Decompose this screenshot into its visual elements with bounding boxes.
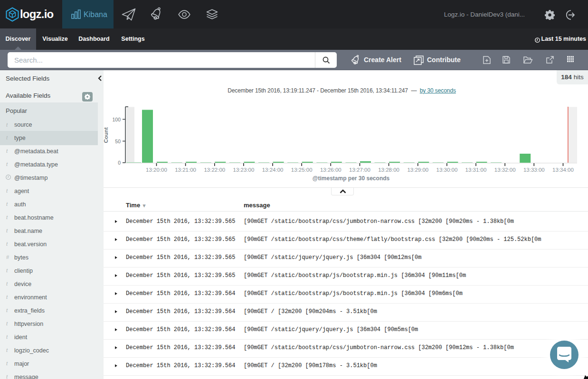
svg-text:13:31:00: 13:31:00	[465, 167, 487, 173]
svg-text:13:29:00: 13:29:00	[407, 167, 428, 173]
svg-text:13:25:00: 13:25:00	[291, 167, 313, 173]
svg-text:13:20:00: 13:20:00	[146, 167, 167, 173]
svg-text:13:27:00: 13:27:00	[349, 167, 370, 173]
svg-text:@timestamp per 30 seconds: @timestamp per 30 seconds	[313, 175, 390, 182]
svg-text:13:23:00: 13:23:00	[233, 167, 255, 173]
svg-text:50: 50	[115, 139, 121, 144]
svg-text:13:21:00: 13:21:00	[175, 167, 196, 173]
svg-text:13:34:00: 13:34:00	[552, 167, 574, 173]
svg-text:100: 100	[112, 117, 121, 122]
svg-text:13:30:00: 13:30:00	[436, 167, 458, 173]
svg-text:13:22:00: 13:22:00	[204, 167, 225, 173]
svg-text:0: 0	[118, 160, 121, 166]
svg-text:13:28:00: 13:28:00	[378, 167, 399, 173]
svg-text:Count: Count	[104, 127, 109, 143]
svg-text:13:26:00: 13:26:00	[320, 167, 341, 173]
svg-text:13:24:00: 13:24:00	[262, 167, 284, 173]
svg-text:13:32:00: 13:32:00	[494, 167, 516, 173]
svg-text:13:33:00: 13:33:00	[523, 167, 545, 173]
